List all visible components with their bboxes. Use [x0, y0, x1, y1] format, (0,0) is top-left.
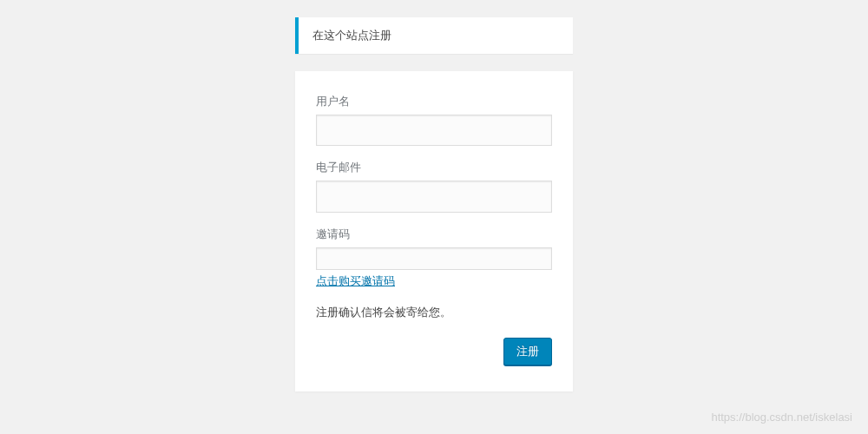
username-group: 用户名	[316, 94, 552, 146]
username-input[interactable]	[316, 115, 552, 146]
invite-input[interactable]	[316, 247, 552, 270]
confirm-text: 注册确认信将会被寄给您。	[316, 305, 552, 320]
register-notice: 在这个站点注册	[295, 17, 573, 54]
email-input[interactable]	[316, 181, 552, 212]
email-group: 电子邮件	[316, 160, 552, 212]
email-label: 电子邮件	[316, 160, 552, 175]
register-button[interactable]: 注册	[503, 338, 552, 365]
submit-row: 注册	[316, 338, 552, 365]
invite-label: 邀请码	[316, 227, 552, 242]
username-label: 用户名	[316, 94, 552, 109]
invite-group: 邀请码 点击购买邀请码	[316, 227, 552, 289]
register-form: 用户名 电子邮件 邀请码 点击购买邀请码 注册确认信将会被寄给您。 注册	[295, 71, 573, 391]
buy-invite-link[interactable]: 点击购买邀请码	[316, 273, 395, 289]
register-container: 在这个站点注册 用户名 电子邮件 邀请码 点击购买邀请码 注册确认信将会被寄给您…	[295, 0, 573, 391]
notice-text: 在这个站点注册	[312, 29, 391, 42]
watermark-text: https://blog.csdn.net/iskelasi	[711, 411, 852, 424]
